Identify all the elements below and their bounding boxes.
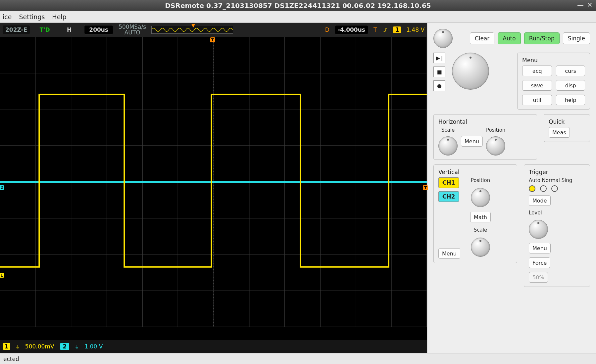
runstop-button[interactable]: Run/Stop bbox=[524, 32, 560, 44]
trigger-mode-normal-radio[interactable] bbox=[540, 185, 547, 192]
single-button[interactable]: Single bbox=[563, 32, 590, 44]
trigger-voltage: 1.48 V bbox=[406, 26, 424, 33]
curs-button[interactable]: curs bbox=[556, 66, 585, 76]
math-button[interactable]: Math bbox=[470, 212, 491, 222]
vertical-title: Vertical bbox=[438, 169, 512, 175]
vertical-position-label: Position bbox=[471, 177, 490, 183]
window-title: DSRemote 0.37_2103130857 DS1ZE224411321 … bbox=[165, 2, 431, 10]
h-label: H bbox=[60, 25, 79, 34]
clear-button[interactable]: Clear bbox=[470, 32, 494, 44]
help-button[interactable]: help bbox=[556, 95, 585, 105]
window-titlebar: DSRemote 0.37_2103130857 DS1ZE224411321 … bbox=[0, 0, 596, 11]
status-bar: ected bbox=[0, 353, 596, 364]
ch1-zero-marker: 1 bbox=[0, 273, 4, 278]
trigger-mode-auto-radio[interactable] bbox=[529, 185, 535, 192]
horizontal-group: Horizontal Scale Menu Position bbox=[433, 114, 537, 160]
scope-area: 202Z-E T'D H 200us 500MSa/s AUTO ▼ D -4.… bbox=[0, 23, 427, 353]
timebase-value: 200us bbox=[84, 25, 113, 34]
run-state: T'D bbox=[35, 25, 54, 34]
ch2-scale: 1.00 V bbox=[84, 343, 103, 350]
util-button[interactable]: util bbox=[522, 95, 552, 105]
waveform-display[interactable]: T T 2 1 bbox=[0, 37, 427, 340]
record-button[interactable]: ● bbox=[433, 80, 445, 91]
menu-title: Menu bbox=[522, 57, 585, 64]
trigger-title: Trigger bbox=[529, 169, 585, 175]
memory-map[interactable]: ▼ bbox=[151, 26, 233, 34]
quick-title: Quick bbox=[549, 118, 585, 125]
minimize-icon[interactable]: — bbox=[577, 1, 584, 9]
scope-status-bar: 202Z-E T'D H 200us 500MSa/s AUTO ▼ D -4.… bbox=[0, 23, 427, 37]
horizontal-menu-button[interactable]: Menu bbox=[461, 136, 483, 147]
vertical-menu-button[interactable]: Menu bbox=[438, 248, 460, 259]
horizontal-position-label: Position bbox=[486, 127, 505, 133]
vertical-group: Vertical CH1 CH2 Menu Position Math Scal… bbox=[433, 164, 517, 263]
trigger-mode-single-radio[interactable] bbox=[551, 185, 558, 192]
quick-group: Quick Meas bbox=[544, 114, 590, 142]
ch2-zero-marker: 2 bbox=[0, 185, 4, 190]
d-label: D bbox=[325, 26, 329, 33]
trigger-mode-button[interactable]: Mode bbox=[529, 195, 551, 206]
play-pause-button[interactable]: ▶‖ bbox=[433, 53, 445, 63]
trigger-channel-badge: 1 bbox=[393, 26, 401, 33]
control-panel: Clear Auto Run/Stop Single ▶‖ ■ ● Menu a… bbox=[427, 23, 596, 353]
rising-edge-icon: ⭜ bbox=[382, 26, 388, 33]
trigger-force-button[interactable]: Force bbox=[529, 257, 550, 268]
ch2-button[interactable]: CH2 bbox=[438, 191, 459, 202]
intensity-knob[interactable] bbox=[433, 29, 453, 48]
menu-group: Menu acq curs save disp util help bbox=[517, 53, 590, 110]
acq-button[interactable]: acq bbox=[522, 66, 552, 76]
memory-cursor-icon: ▼ bbox=[191, 23, 195, 28]
vertical-position-knob[interactable] bbox=[471, 188, 490, 207]
ch2-badge: 2 bbox=[60, 343, 70, 350]
trigger-group: Trigger Auto Normal Sing Mode Level Menu… bbox=[524, 164, 590, 287]
save-button[interactable]: save bbox=[522, 80, 552, 91]
status-text: ected bbox=[3, 356, 19, 362]
model-label: 202Z-E bbox=[3, 25, 30, 34]
ch1-button[interactable]: CH1 bbox=[438, 177, 459, 188]
t-label: T bbox=[373, 26, 377, 33]
trigger-level-knob[interactable] bbox=[529, 220, 548, 239]
vertical-scale-knob[interactable] bbox=[471, 238, 490, 257]
menu-device[interactable]: ice bbox=[3, 13, 12, 21]
sample-rate: 500MSa/s AUTO bbox=[119, 24, 146, 35]
stop-button[interactable]: ■ bbox=[433, 67, 445, 77]
trigger-fifty-button[interactable]: 50% bbox=[529, 272, 548, 283]
main-nav-knob[interactable] bbox=[452, 53, 489, 90]
meas-button[interactable]: Meas bbox=[549, 127, 570, 138]
trigger-level-marker: T bbox=[423, 185, 428, 190]
close-icon[interactable]: ✕ bbox=[586, 1, 593, 9]
trigger-menu-button[interactable]: Menu bbox=[529, 243, 551, 253]
sample-rate-line2: AUTO bbox=[119, 30, 146, 35]
ch1-scale: 500.00mV bbox=[25, 343, 54, 350]
horizontal-scale-knob[interactable] bbox=[438, 136, 458, 156]
horizontal-title: Horizontal bbox=[438, 118, 532, 125]
horizontal-scale-label: Scale bbox=[441, 127, 455, 133]
menu-settings[interactable]: Settings bbox=[19, 13, 45, 21]
menubar: ice Settings Help bbox=[0, 11, 596, 23]
auto-button[interactable]: Auto bbox=[498, 32, 521, 44]
trigger-modes-label: Auto Normal Sing bbox=[529, 177, 585, 183]
trigger-level-label: Level bbox=[529, 210, 542, 216]
trigger-time-marker: T bbox=[210, 37, 215, 42]
channel-bar: 1 ⏚ 500.00mV 2 ⏚ 1.00 V bbox=[0, 340, 427, 353]
ch1-badge: 1 bbox=[3, 343, 10, 350]
vertical-scale-label: Scale bbox=[474, 227, 487, 233]
disp-button[interactable]: disp bbox=[556, 80, 585, 91]
delay-value: -4.000us bbox=[335, 25, 368, 34]
horizontal-position-knob[interactable] bbox=[486, 136, 505, 156]
menu-help[interactable]: Help bbox=[52, 13, 66, 21]
